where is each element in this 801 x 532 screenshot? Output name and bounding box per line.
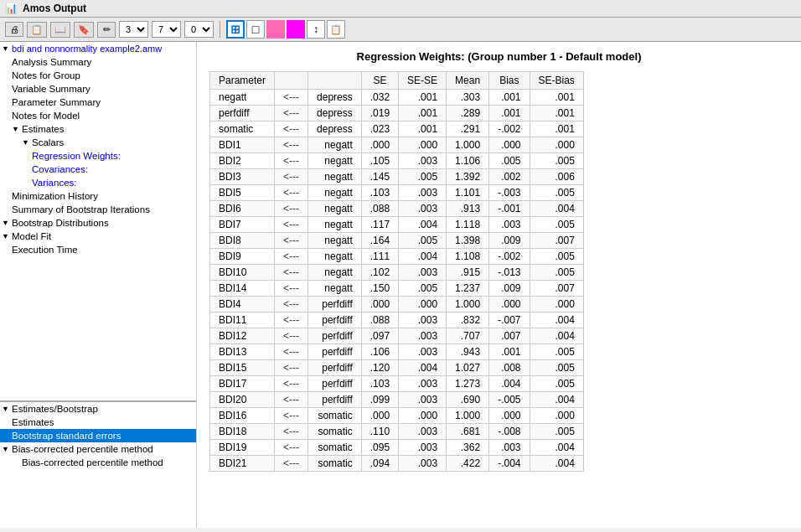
table-cell: BDI11 <box>210 312 275 328</box>
table-cell: perfdiff <box>308 312 362 328</box>
table-cell: <--- <box>275 249 308 265</box>
model-fit-label: Model Fit <box>12 231 51 241</box>
num1-select[interactable]: 3 <box>119 21 148 38</box>
table-cell: .005 <box>530 185 583 201</box>
col-target <box>308 72 362 90</box>
scalars-expand-icon[interactable]: ▼ <box>22 138 32 147</box>
table-cell: <--- <box>275 217 308 233</box>
toolbar: 🖨 📋 📖 🔖 ✏ 3 7 0 ⊞ □ ↕ 📋 <box>0 18 801 42</box>
table-row: BDI13<---perfdiff.106.003.943.001.005 <box>210 344 584 360</box>
tree-item-model-fit[interactable]: ▼ Model Fit <box>0 230 196 243</box>
tree-item-minimization-history[interactable]: Minimization History <box>0 189 196 203</box>
col-se: SE <box>361 72 398 90</box>
tree-item-bias-corrected[interactable]: ▼ Bias-corrected percentile method <box>0 442 196 456</box>
tree-item-analysis-summary[interactable]: Analysis Summary <box>0 55 196 69</box>
bias-corrected-expand-icon[interactable]: ▼ <box>2 445 12 453</box>
bootstrap-iterations-label: Summary of Bootstrap Iterations <box>12 204 150 214</box>
tree-item-estimates[interactable]: ▼ Estimates <box>0 122 196 136</box>
table-cell: .005 <box>489 153 530 169</box>
view-magenta-icon[interactable] <box>287 20 305 39</box>
copy-button[interactable]: 📋 <box>27 22 47 38</box>
tree-item-bias-corrected-sub[interactable]: Bias-corrected percentile method <box>0 456 196 469</box>
regression-weights-table: Parameter SE SE-SE Mean Bias SE-Bias neg… <box>209 71 584 472</box>
table-cell: BDI6 <box>210 201 275 217</box>
tree-item-parameter-summary[interactable]: Parameter Summary <box>0 96 196 109</box>
edit-button[interactable]: ✏ <box>97 22 116 38</box>
table-cell: .004 <box>530 456 583 472</box>
table-cell: somatic <box>210 121 275 137</box>
table-cell: BDI14 <box>210 281 275 297</box>
table-cell: .000 <box>530 408 583 424</box>
tree-item-execution-time[interactable]: Execution Time <box>0 243 196 256</box>
table-cell: .007 <box>530 233 583 249</box>
bottom-root-expand-icon[interactable]: ▼ <box>2 405 12 413</box>
col-arrow <box>275 72 308 90</box>
table-cell: negatt <box>308 265 362 281</box>
table-cell: <--- <box>275 328 308 344</box>
table-cell: .097 <box>361 328 398 344</box>
table-cell: .000 <box>489 137 530 153</box>
view-copy2-icon[interactable]: 📋 <box>327 20 345 39</box>
table-cell: .001 <box>399 106 447 121</box>
table-cell: <--- <box>275 153 308 169</box>
view-arrow-icon[interactable]: ↕ <box>307 20 325 39</box>
table-cell: somatic <box>308 408 362 424</box>
table-cell: .913 <box>447 201 489 217</box>
tree-item-scalars[interactable]: ▼ Scalars <box>0 136 196 149</box>
table-cell: BDI20 <box>210 392 275 408</box>
table-cell: .000 <box>399 297 447 312</box>
table-cell: .110 <box>361 424 398 440</box>
table-cell: negatt <box>308 185 362 201</box>
tree-item-regression-weights[interactable]: Regression Weights: <box>0 149 196 163</box>
table-cell: .000 <box>361 408 398 424</box>
table-cell: <--- <box>275 344 308 360</box>
table-row: negatt<---depress.032.001.303.001.001 <box>210 90 584 106</box>
tree-item-bootstrap-se[interactable]: Bootstrap standard errors <box>0 429 196 442</box>
tree-item-notes-group[interactable]: Notes for Group <box>0 69 196 82</box>
tree-item-bootstrap-iterations[interactable]: Summary of Bootstrap Iterations <box>0 203 196 216</box>
tree-root[interactable]: ▼ bdi and nonnormality example2.amw <box>0 42 196 55</box>
root-label: bdi and nonnormality example2.amw <box>12 44 162 54</box>
tree-item-notes-model[interactable]: Notes for Model <box>0 109 196 122</box>
table-cell: negatt <box>308 281 362 297</box>
table-cell: -.003 <box>489 185 530 201</box>
bootstrap-dist-expand-icon[interactable]: ▼ <box>2 219 12 227</box>
table-cell: <--- <box>275 424 308 440</box>
table-cell: .000 <box>489 408 530 424</box>
num3-select[interactable]: 0 <box>184 21 214 38</box>
table-cell: 1.237 <box>447 281 489 297</box>
tree-item-variances[interactable]: Variances: <box>0 176 196 189</box>
table-cell: .103 <box>361 185 398 201</box>
print-button[interactable]: 🖨 <box>5 22 23 37</box>
scalars-label: Scalars <box>32 137 64 147</box>
table-cell: .003 <box>399 312 447 328</box>
left-panel: ▼ bdi and nonnormality example2.amw Anal… <box>0 42 197 528</box>
table-row: BDI16<---somatic.000.0001.000.000.000 <box>210 408 584 424</box>
table-cell: -.007 <box>489 312 530 328</box>
table-cell: BDI10 <box>210 265 275 281</box>
view-split-icon[interactable]: ⊞ <box>226 20 245 39</box>
table-cell: .690 <box>447 392 489 408</box>
estimates-expand-icon[interactable]: ▼ <box>12 125 22 133</box>
tree-item-bootstrap-distributions[interactable]: ▼ Bootstrap Distributions <box>0 216 196 230</box>
root-expand-icon[interactable]: ▼ <box>2 44 12 53</box>
table-cell: BDI3 <box>210 169 275 185</box>
table-cell: .088 <box>361 312 398 328</box>
bookmark-button[interactable]: 📖 <box>50 22 70 38</box>
model-fit-expand-icon[interactable]: ▼ <box>2 232 12 240</box>
tree-item-covariances[interactable]: Covariances: <box>0 163 196 176</box>
save-button[interactable]: 🔖 <box>74 22 94 38</box>
table-cell: BDI9 <box>210 249 275 265</box>
table-cell: .362 <box>447 440 489 456</box>
view-single-icon[interactable]: □ <box>246 20 265 39</box>
tree-bottom-root[interactable]: ▼ Estimates/Bootstrap <box>0 402 196 416</box>
view-pink-icon[interactable] <box>266 20 285 39</box>
tree-item-estimates-b[interactable]: Estimates <box>0 416 196 429</box>
table-cell: BDI13 <box>210 344 275 360</box>
table-row: BDI5<---negatt.103.0031.101-.003.005 <box>210 185 584 201</box>
right-panel: Regression Weights: (Group number 1 - De… <box>197 42 801 528</box>
tree-item-variable-summary[interactable]: Variable Summary <box>0 82 196 96</box>
table-title: Regression Weights: (Group number 1 - De… <box>209 50 788 63</box>
num2-select[interactable]: 7 <box>152 21 181 38</box>
table-cell: 1.027 <box>447 360 489 376</box>
